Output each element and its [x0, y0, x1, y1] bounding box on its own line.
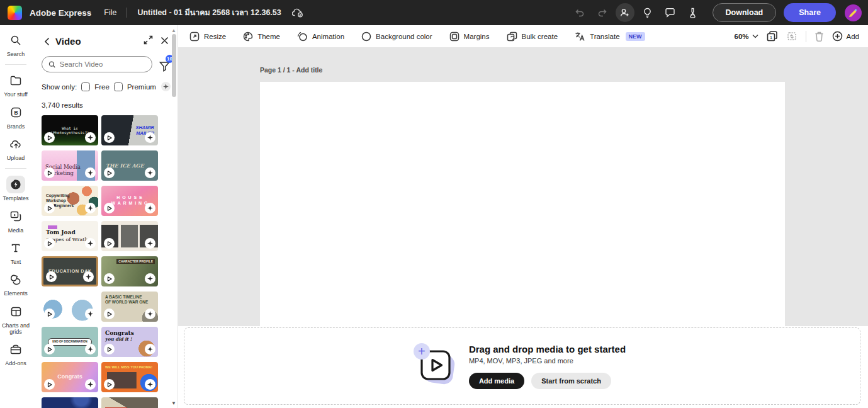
document-title[interactable]: Untitled - 01 มีนาคม 2568 เวลา 12.36.53: [137, 6, 281, 19]
template-thumbnail-vintage-fox[interactable]: [101, 397, 158, 408]
play-icon[interactable]: [44, 238, 55, 249]
template-thumbnail-photo-collage[interactable]: [101, 221, 158, 251]
play-icon[interactable]: [104, 238, 115, 249]
free-checkbox[interactable]: [81, 82, 90, 91]
start-from-scratch-button[interactable]: Start from scratch: [531, 373, 611, 389]
premium-badge-icon: [145, 203, 155, 213]
sidebar-item-add-ons[interactable]: Add-ons: [0, 341, 31, 366]
premium-checkbox[interactable]: [114, 82, 123, 91]
add-collaborator-icon[interactable]: [616, 3, 634, 22]
media-dropzone[interactable]: + Drag and drop media to get started MP4…: [184, 327, 860, 405]
play-icon[interactable]: [104, 167, 115, 178]
add-ons-icon: [6, 341, 25, 358]
play-icon[interactable]: [104, 344, 115, 354]
play-icon[interactable]: [44, 203, 55, 213]
beaker-icon[interactable]: [684, 3, 702, 22]
results-count: 3,740 results: [31, 91, 178, 109]
template-thumbnail-house-warming[interactable]: H O U S EW A R M I N G: [101, 186, 158, 216]
divider: [806, 31, 806, 42]
premium-label[interactable]: Premium: [127, 83, 156, 91]
play-icon[interactable]: [104, 309, 115, 319]
sidebar-item-upload[interactable]: Upload: [0, 135, 31, 161]
comment-icon[interactable]: [661, 3, 680, 22]
sidebar-item-brands[interactable]: B Brands: [0, 104, 31, 130]
template-thumbnail-tom-joad[interactable]: Tom JoadGrapes of Wrath: [42, 221, 98, 251]
sidebar-item-charts-grids[interactable]: Charts and grids: [0, 303, 31, 336]
play-icon[interactable]: [44, 309, 55, 319]
template-thumbnail-education-day[interactable]: EDUCATION DAY: [42, 256, 98, 286]
template-thumbnail-miss-you-padma[interactable]: WE WILL MISS YOU PADMA!: [101, 362, 158, 392]
add-page-button[interactable]: Add: [832, 31, 859, 42]
sidebar-item-templates[interactable]: Templates: [0, 176, 31, 201]
undo-icon[interactable]: [570, 3, 589, 22]
page-label[interactable]: Page 1 / 1 - Add title: [260, 66, 322, 74]
translate-button[interactable]: Translate NEW: [575, 31, 645, 42]
background-color-button[interactable]: Background color: [361, 31, 432, 42]
play-icon[interactable]: [104, 203, 115, 213]
template-thumbnail-copywriting-workshop[interactable]: CopywritingWorkshopFor Beginners: [42, 186, 98, 216]
premium-badge-icon: [145, 273, 155, 284]
expand-panel-icon[interactable]: [144, 35, 153, 47]
avatar[interactable]: [845, 4, 862, 21]
premium-badge-icon: [85, 344, 96, 354]
dropzone-subtitle: MP4, MOV, MP3, JPEG and more: [469, 357, 573, 365]
resize-button[interactable]: Resize: [189, 31, 226, 42]
templates-icon: [6, 176, 25, 193]
sidebar-item-your-stuff[interactable]: Your stuff: [0, 72, 31, 98]
search-input[interactable]: [42, 56, 152, 72]
template-thumbnail-photosynthesis[interactable]: What is(Photosynthesis?): [42, 115, 98, 145]
free-label[interactable]: Free: [94, 83, 110, 91]
template-thumbnail-ww1-timeline[interactable]: A BASIC TIMELINEOF WORLD WAR ONE: [101, 292, 158, 322]
document-page[interactable]: [260, 82, 785, 326]
translate-icon: [575, 31, 585, 42]
add-media-button[interactable]: Add media: [469, 373, 524, 389]
panel-title: Video: [55, 36, 81, 47]
share-button[interactable]: Share: [784, 3, 836, 22]
template-thumbnail-congrats-gradient[interactable]: Congrats: [42, 362, 98, 392]
cloud-sync-icon[interactable]: [289, 3, 308, 22]
sidebar-item-text[interactable]: Text: [0, 239, 31, 265]
plus-icon: +: [414, 343, 430, 360]
play-icon[interactable]: [46, 271, 57, 282]
adobe-express-logo-icon[interactable]: [8, 6, 22, 20]
template-thumbnail-character-profile[interactable]: CHARACTER PROFILE: [101, 256, 158, 286]
back-chevron-icon[interactable]: [42, 37, 52, 47]
menu-file[interactable]: File: [104, 8, 116, 17]
play-icon[interactable]: [44, 132, 55, 143]
premium-badge-icon: [85, 203, 96, 213]
brands-icon: B: [6, 104, 25, 122]
theme-button[interactable]: Theme: [243, 31, 280, 42]
bulk-create-button[interactable]: Bulk create: [507, 31, 558, 42]
bottom-panel: + Drag and drop media to get started MP4…: [178, 326, 868, 408]
premium-badge-icon: [145, 309, 155, 319]
download-button[interactable]: Download: [713, 3, 777, 22]
sidebar-item-search[interactable]: Search: [0, 31, 31, 57]
play-icon[interactable]: [104, 273, 115, 284]
scroll-down-arrow[interactable]: ▼: [171, 400, 176, 406]
template-thumbnail-congrats-high-five[interactable]: Congratsyou did it !: [101, 327, 158, 357]
scroll-up-arrow[interactable]: ▲: [171, 28, 176, 33]
search-video-field[interactable]: [60, 60, 145, 68]
play-icon[interactable]: [44, 379, 55, 390]
zoom-level-dropdown[interactable]: 60%: [735, 33, 758, 40]
close-icon[interactable]: [161, 36, 169, 47]
sidebar-item-media[interactable]: Media: [0, 208, 31, 234]
template-thumbnail-the-ice-age[interactable]: THE ICE AGE: [101, 150, 158, 181]
margins-button[interactable]: Margins: [449, 31, 490, 42]
template-thumbnail-end-of-discrimination[interactable]: END OF DISCRIMINATION: [42, 327, 98, 357]
redo-icon[interactable]: [593, 3, 612, 22]
template-thumbnail-brief-history[interactable]: A brief history: [42, 397, 98, 408]
sidebar-item-elements[interactable]: Elements: [0, 271, 31, 297]
template-thumbnail-social-media-marketing[interactable]: Social MediaMarketing: [42, 150, 98, 181]
filter-funnel-icon[interactable]: 10: [157, 57, 171, 72]
lightbulb-icon[interactable]: [638, 3, 657, 22]
play-icon[interactable]: [104, 379, 115, 390]
template-thumbnail-shamir-mailer[interactable]: SHAMIRMAILER: [101, 115, 158, 145]
animation-button[interactable]: Animation: [297, 31, 344, 42]
pages-view-icon[interactable]: 1: [767, 31, 778, 42]
panel-scrollbar[interactable]: [172, 34, 176, 97]
play-icon[interactable]: [104, 132, 115, 143]
play-icon[interactable]: [44, 344, 55, 354]
template-thumbnail-watercolor[interactable]: [42, 292, 98, 322]
play-icon[interactable]: [44, 167, 55, 178]
